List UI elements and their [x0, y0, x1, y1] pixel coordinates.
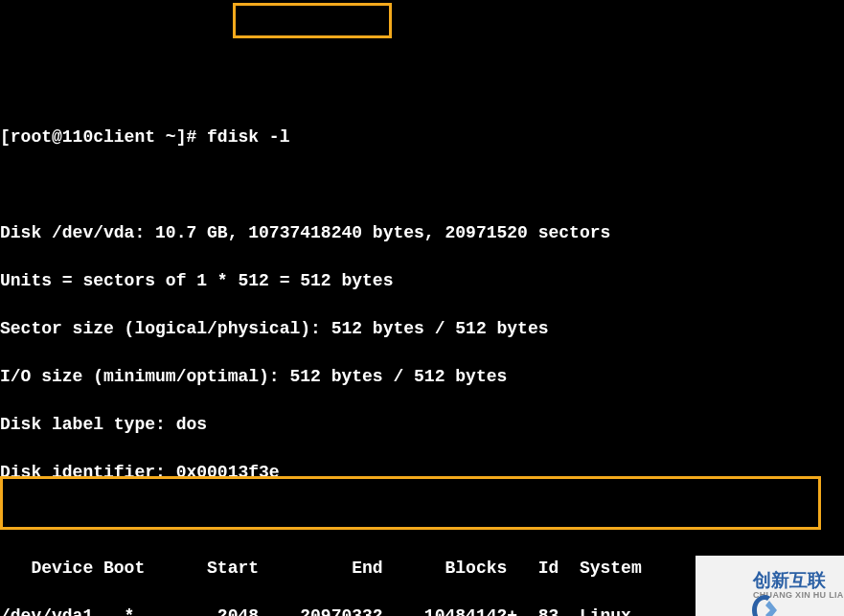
blank-line	[0, 509, 844, 533]
vda-header: Disk /dev/vda: 10.7 GB, 10737418240 byte…	[0, 221, 844, 245]
logo-badge: 创新互联 CHUANG XIN HU LIAN	[696, 556, 844, 616]
command-highlight-box	[233, 3, 392, 38]
vda-id: Disk identifier: 0x00013f3e	[0, 461, 844, 485]
vda-label: Disk label type: dos	[0, 413, 844, 437]
vda-units: Units = sectors of 1 * 512 = 512 bytes	[0, 269, 844, 293]
vda-io: I/O size (minimum/optimal): 512 bytes / …	[0, 365, 844, 389]
terminal-output: [root@110client ~]# fdisk -l Disk /dev/v…	[0, 102, 844, 616]
shell-prompt: [root@110client ~]#	[0, 127, 207, 147]
vda-sector: Sector size (logical/physical): 512 byte…	[0, 317, 844, 341]
logo-icon	[703, 565, 745, 607]
command-text: fdisk -l	[207, 127, 289, 147]
prompt-line[interactable]: [root@110client ~]# fdisk -l	[0, 125, 844, 149]
blank-line	[0, 173, 844, 197]
